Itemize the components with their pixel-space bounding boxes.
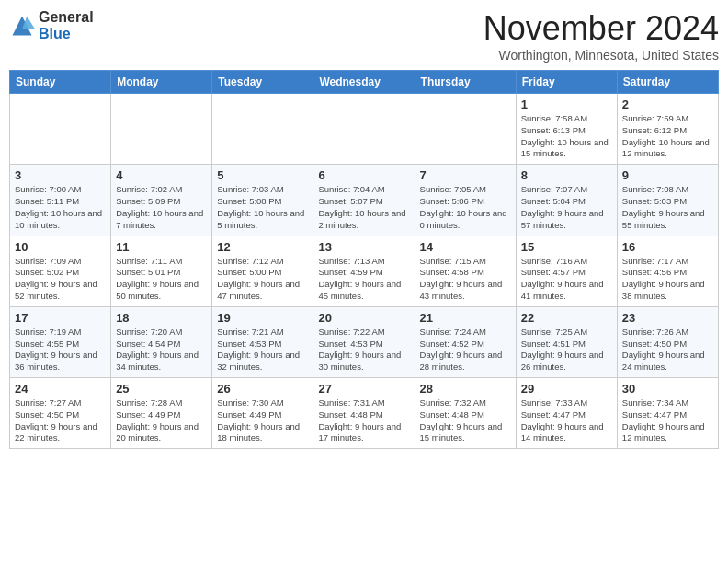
day-number: 10 [15, 240, 106, 254]
day-info: Sunrise: 7:04 AM Sunset: 5:07 PM Dayligh… [318, 184, 409, 231]
calendar-cell [10, 94, 111, 165]
weekday-header: Saturday [617, 71, 718, 94]
day-info: Sunrise: 7:11 AM Sunset: 5:01 PM Dayligh… [116, 256, 207, 303]
day-number: 7 [420, 168, 511, 182]
day-number: 12 [217, 240, 308, 254]
day-info: Sunrise: 7:13 AM Sunset: 4:59 PM Dayligh… [318, 256, 409, 303]
day-number: 27 [318, 382, 409, 396]
day-number: 1 [521, 98, 612, 111]
calendar-cell: 16Sunrise: 7:17 AM Sunset: 4:56 PM Dayli… [617, 236, 718, 306]
calendar-week-row: 3Sunrise: 7:00 AM Sunset: 5:11 PM Daylig… [10, 165, 719, 236]
calendar-cell: 21Sunrise: 7:24 AM Sunset: 4:52 PM Dayli… [415, 306, 516, 377]
day-info: Sunrise: 7:17 AM Sunset: 4:56 PM Dayligh… [622, 256, 713, 303]
calendar-cell: 12Sunrise: 7:12 AM Sunset: 5:00 PM Dayli… [212, 236, 313, 306]
logo: General Blue [9, 9, 94, 41]
day-info: Sunrise: 7:25 AM Sunset: 4:51 PM Dayligh… [521, 327, 612, 373]
day-number: 18 [116, 311, 207, 325]
day-number: 30 [622, 382, 713, 396]
calendar-cell: 4Sunrise: 7:02 AM Sunset: 5:09 PM Daylig… [111, 165, 212, 236]
calendar-cell: 17Sunrise: 7:19 AM Sunset: 4:55 PM Dayli… [10, 306, 111, 377]
day-number: 11 [116, 240, 207, 254]
calendar-header-row: SundayMondayTuesdayWednesdayThursdayFrid… [10, 71, 719, 94]
calendar-cell [313, 94, 415, 165]
day-number: 4 [116, 168, 207, 182]
day-info: Sunrise: 7:58 AM Sunset: 6:13 PM Dayligh… [521, 113, 612, 160]
title-block: November 2024 Worthington, Minnesota, Un… [483, 9, 719, 63]
day-number: 6 [318, 168, 409, 182]
day-info: Sunrise: 7:26 AM Sunset: 4:50 PM Dayligh… [622, 327, 713, 373]
weekday-header: Friday [516, 71, 617, 94]
calendar-cell: 22Sunrise: 7:25 AM Sunset: 4:51 PM Dayli… [516, 306, 617, 377]
day-info: Sunrise: 7:27 AM Sunset: 4:50 PM Dayligh… [15, 397, 106, 444]
day-info: Sunrise: 7:32 AM Sunset: 4:48 PM Dayligh… [420, 397, 511, 444]
weekday-header: Tuesday [212, 71, 313, 94]
calendar-cell: 29Sunrise: 7:33 AM Sunset: 4:47 PM Dayli… [516, 378, 617, 449]
weekday-header: Thursday [415, 71, 516, 94]
day-number: 26 [217, 382, 308, 396]
calendar-table: SundayMondayTuesdayWednesdayThursdayFrid… [9, 70, 719, 449]
day-info: Sunrise: 7:15 AM Sunset: 4:58 PM Dayligh… [420, 256, 511, 303]
day-number: 22 [521, 311, 612, 325]
day-info: Sunrise: 7:19 AM Sunset: 4:55 PM Dayligh… [15, 327, 106, 373]
day-info: Sunrise: 7:59 AM Sunset: 6:12 PM Dayligh… [622, 113, 713, 160]
day-info: Sunrise: 7:07 AM Sunset: 5:04 PM Dayligh… [521, 184, 612, 231]
calendar-cell: 24Sunrise: 7:27 AM Sunset: 4:50 PM Dayli… [10, 378, 111, 449]
calendar-cell: 8Sunrise: 7:07 AM Sunset: 5:04 PM Daylig… [516, 165, 617, 236]
month-title: November 2024 [483, 9, 719, 48]
calendar-cell: 14Sunrise: 7:15 AM Sunset: 4:58 PM Dayli… [415, 236, 516, 306]
day-number: 25 [116, 382, 207, 396]
calendar-cell: 1Sunrise: 7:58 AM Sunset: 6:13 PM Daylig… [516, 94, 617, 165]
calendar-cell: 26Sunrise: 7:30 AM Sunset: 4:49 PM Dayli… [212, 378, 313, 449]
day-info: Sunrise: 7:03 AM Sunset: 5:08 PM Dayligh… [217, 184, 308, 231]
day-info: Sunrise: 7:02 AM Sunset: 5:09 PM Dayligh… [116, 184, 207, 231]
day-number: 19 [217, 311, 308, 325]
calendar-week-row: 17Sunrise: 7:19 AM Sunset: 4:55 PM Dayli… [10, 306, 719, 377]
day-number: 13 [318, 240, 409, 254]
day-number: 15 [521, 240, 612, 254]
day-info: Sunrise: 7:09 AM Sunset: 5:02 PM Dayligh… [15, 256, 106, 303]
day-number: 2 [622, 98, 713, 111]
calendar-cell: 2Sunrise: 7:59 AM Sunset: 6:12 PM Daylig… [617, 94, 718, 165]
calendar-cell: 20Sunrise: 7:22 AM Sunset: 4:53 PM Dayli… [313, 306, 415, 377]
day-info: Sunrise: 7:28 AM Sunset: 4:49 PM Dayligh… [116, 397, 207, 444]
day-number: 8 [521, 168, 612, 182]
day-info: Sunrise: 7:31 AM Sunset: 4:48 PM Dayligh… [318, 397, 409, 444]
calendar-cell: 11Sunrise: 7:11 AM Sunset: 5:01 PM Dayli… [111, 236, 212, 306]
day-number: 29 [521, 382, 612, 396]
weekday-header: Wednesday [313, 71, 415, 94]
day-info: Sunrise: 7:12 AM Sunset: 5:00 PM Dayligh… [217, 256, 308, 303]
logo-blue-text: Blue [39, 26, 94, 42]
day-info: Sunrise: 7:21 AM Sunset: 4:53 PM Dayligh… [217, 327, 308, 373]
day-info: Sunrise: 7:24 AM Sunset: 4:52 PM Dayligh… [420, 327, 511, 373]
calendar-cell: 5Sunrise: 7:03 AM Sunset: 5:08 PM Daylig… [212, 165, 313, 236]
calendar-cell: 15Sunrise: 7:16 AM Sunset: 4:57 PM Dayli… [516, 236, 617, 306]
calendar-cell: 18Sunrise: 7:20 AM Sunset: 4:54 PM Dayli… [111, 306, 212, 377]
day-info: Sunrise: 7:16 AM Sunset: 4:57 PM Dayligh… [521, 256, 612, 303]
calendar-cell: 28Sunrise: 7:32 AM Sunset: 4:48 PM Dayli… [415, 378, 516, 449]
calendar-cell: 6Sunrise: 7:04 AM Sunset: 5:07 PM Daylig… [313, 165, 415, 236]
page-header: General Blue November 2024 Worthington, … [9, 9, 719, 63]
day-number: 28 [420, 382, 511, 396]
day-number: 23 [622, 311, 713, 325]
day-number: 9 [622, 168, 713, 182]
calendar-cell: 7Sunrise: 7:05 AM Sunset: 5:06 PM Daylig… [415, 165, 516, 236]
calendar-cell [212, 94, 313, 165]
calendar-week-row: 10Sunrise: 7:09 AM Sunset: 5:02 PM Dayli… [10, 236, 719, 306]
calendar-cell: 25Sunrise: 7:28 AM Sunset: 4:49 PM Dayli… [111, 378, 212, 449]
location-text: Worthington, Minnesota, United States [483, 48, 719, 63]
logo-icon [9, 13, 35, 39]
calendar-cell [415, 94, 516, 165]
calendar-body: 1Sunrise: 7:58 AM Sunset: 6:13 PM Daylig… [10, 94, 719, 449]
calendar-cell: 10Sunrise: 7:09 AM Sunset: 5:02 PM Dayli… [10, 236, 111, 306]
calendar-cell: 3Sunrise: 7:00 AM Sunset: 5:11 PM Daylig… [10, 165, 111, 236]
day-number: 5 [217, 168, 308, 182]
logo-general-text: General [39, 9, 94, 26]
day-info: Sunrise: 7:20 AM Sunset: 4:54 PM Dayligh… [116, 327, 207, 373]
calendar-week-row: 24Sunrise: 7:27 AM Sunset: 4:50 PM Dayli… [10, 378, 719, 449]
calendar-cell: 19Sunrise: 7:21 AM Sunset: 4:53 PM Dayli… [212, 306, 313, 377]
day-info: Sunrise: 7:00 AM Sunset: 5:11 PM Dayligh… [15, 184, 106, 231]
day-info: Sunrise: 7:33 AM Sunset: 4:47 PM Dayligh… [521, 397, 612, 444]
day-number: 16 [622, 240, 713, 254]
calendar-cell: 27Sunrise: 7:31 AM Sunset: 4:48 PM Dayli… [313, 378, 415, 449]
weekday-header: Sunday [10, 71, 111, 94]
